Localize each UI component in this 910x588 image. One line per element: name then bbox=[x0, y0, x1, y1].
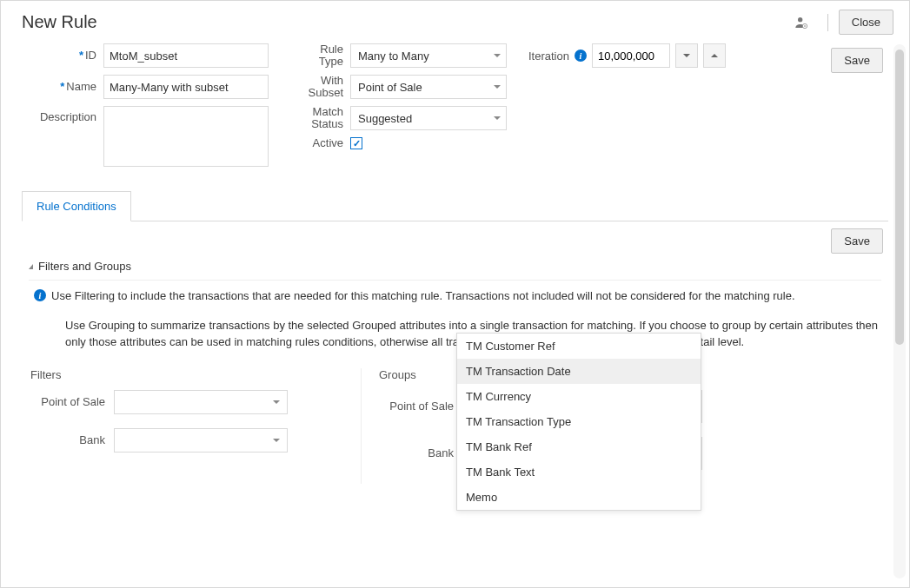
check-icon: ✓ bbox=[353, 139, 361, 149]
iteration-decrement[interactable] bbox=[675, 43, 698, 68]
info-icon[interactable]: i bbox=[575, 50, 587, 62]
groups-pos-dropdown[interactable]: TM Customer RefTM Transaction DateTM Cur… bbox=[456, 333, 701, 511]
filters-pos-select[interactable] bbox=[114, 390, 288, 414]
svg-point-0 bbox=[798, 17, 802, 22]
svg-point-2 bbox=[804, 25, 806, 27]
save-button-top[interactable]: Save bbox=[831, 48, 883, 73]
dropdown-option[interactable]: TM Bank Text bbox=[457, 459, 701, 485]
filters-bank-label: Bank bbox=[30, 433, 114, 446]
chevron-down-icon bbox=[273, 439, 280, 442]
matchstatus-select[interactable]: Suggested bbox=[350, 106, 507, 130]
ruletype-select[interactable]: Many to Many bbox=[350, 43, 507, 68]
close-button[interactable]: Close bbox=[839, 10, 893, 35]
iteration-increment[interactable] bbox=[703, 43, 726, 68]
form-area: *ID *Name Description Rule Type Many to … bbox=[1, 35, 909, 174]
iteration-label: Iteration bbox=[528, 50, 569, 63]
id-label: ID bbox=[85, 49, 96, 62]
scrollbar-thumb[interactable] bbox=[895, 50, 904, 345]
matchstatus-value: Suggested bbox=[358, 112, 412, 125]
disclosure-triangle-icon[interactable] bbox=[29, 264, 33, 269]
chevron-down-icon bbox=[273, 400, 280, 404]
matchstatus-label: Match Status bbox=[311, 105, 343, 130]
dropdown-option[interactable]: TM Currency bbox=[457, 384, 701, 409]
description-label: Description bbox=[40, 110, 96, 123]
groups-bank-label: Bank bbox=[379, 446, 462, 459]
filters-pos-label: Point of Sale bbox=[30, 395, 114, 408]
dropdown-option[interactable]: TM Bank Ref bbox=[457, 434, 701, 459]
filters-groups-row: Filters Point of Sale Bank Groups Point … bbox=[22, 368, 888, 484]
dialog-new-rule: New Rule Close *ID *Name Description bbox=[0, 0, 910, 588]
dropdown-option[interactable]: TM Transaction Type bbox=[457, 409, 701, 434]
info-text-1: Use Filtering to include the transaction… bbox=[51, 287, 880, 305]
name-input[interactable] bbox=[103, 75, 269, 99]
filters-heading: Filters bbox=[30, 368, 361, 381]
active-checkbox[interactable]: ✓ bbox=[350, 137, 362, 149]
active-label: Active bbox=[313, 136, 343, 149]
description-textarea[interactable] bbox=[103, 106, 269, 167]
dropdown-option[interactable]: Memo bbox=[457, 485, 701, 510]
ruletype-label: Rule Type bbox=[319, 43, 343, 68]
tab-body: Save Filters and Groups i Use Filtering … bbox=[22, 221, 888, 501]
withsubset-label: With Subset bbox=[309, 74, 343, 99]
filters-bank-select[interactable] bbox=[114, 428, 288, 453]
dropdown-option[interactable]: TM Customer Ref bbox=[457, 334, 701, 359]
tab-rule-conditions[interactable]: Rule Conditions bbox=[22, 191, 131, 221]
tabs: Rule Conditions bbox=[22, 191, 888, 221]
dialog-header: New Rule Close bbox=[1, 1, 909, 35]
filters-groups-title: Filters and Groups bbox=[38, 260, 131, 273]
withsubset-select[interactable]: Point of Sale bbox=[350, 75, 507, 99]
save-button-inner[interactable]: Save bbox=[831, 228, 883, 254]
chevron-down-icon bbox=[494, 85, 501, 89]
person-settings-icon[interactable] bbox=[794, 16, 808, 30]
dialog-title: New Rule bbox=[22, 12, 97, 32]
id-input[interactable] bbox=[103, 43, 269, 68]
chevron-down-icon bbox=[494, 116, 501, 120]
info-icon: i bbox=[34, 289, 46, 301]
ruletype-value: Many to Many bbox=[358, 50, 429, 63]
name-label: Name bbox=[66, 80, 96, 93]
withsubset-value: Point of Sale bbox=[358, 81, 422, 94]
groups-pos-label: Point of Sale bbox=[379, 400, 462, 413]
dropdown-option[interactable]: TM Transaction Date bbox=[457, 359, 701, 384]
scrollbar-track[interactable] bbox=[893, 44, 906, 578]
header-divider bbox=[827, 14, 828, 31]
iteration-input[interactable] bbox=[592, 43, 670, 68]
chevron-down-icon bbox=[494, 54, 501, 57]
